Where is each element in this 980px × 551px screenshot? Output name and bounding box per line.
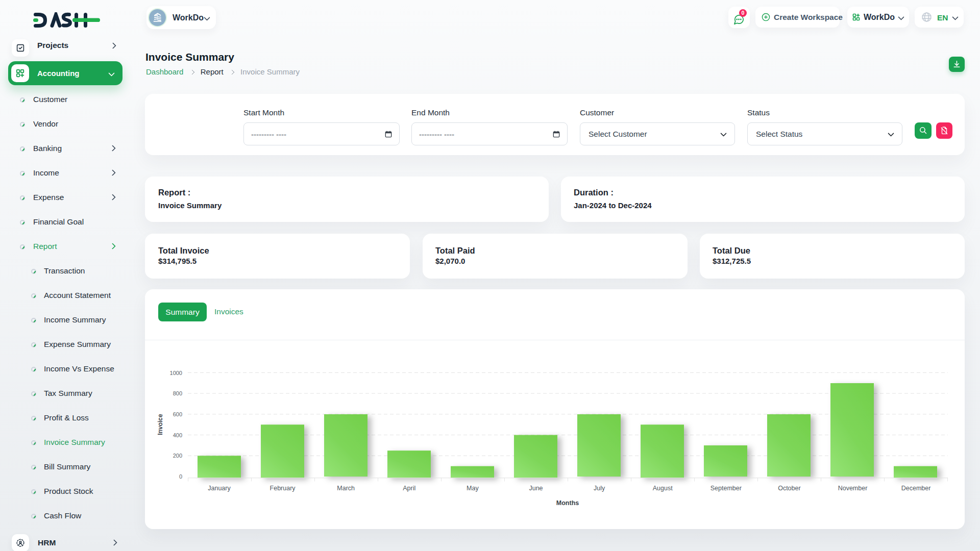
svg-text:Invoice: Invoice [157, 414, 164, 435]
svg-text:May: May [467, 485, 479, 492]
svg-text:June: June [529, 485, 543, 492]
svg-text:Months: Months [556, 499, 579, 507]
svg-text:April: April [403, 485, 415, 492]
svg-text:November: November [838, 485, 868, 492]
svg-text:800: 800 [173, 390, 182, 396]
svg-text:200: 200 [173, 453, 182, 459]
svg-text:December: December [901, 485, 931, 492]
svg-text:September: September [710, 485, 742, 492]
svg-text:July: July [594, 485, 605, 492]
svg-text:0: 0 [179, 473, 182, 480]
svg-text:March: March [337, 485, 355, 492]
svg-text:600: 600 [173, 411, 182, 417]
svg-text:January: January [208, 485, 231, 492]
svg-text:400: 400 [173, 432, 182, 438]
svg-text:August: August [653, 485, 673, 492]
svg-text:October: October [778, 485, 800, 492]
svg-text:1000: 1000 [170, 370, 182, 376]
svg-text:February: February [270, 485, 296, 492]
